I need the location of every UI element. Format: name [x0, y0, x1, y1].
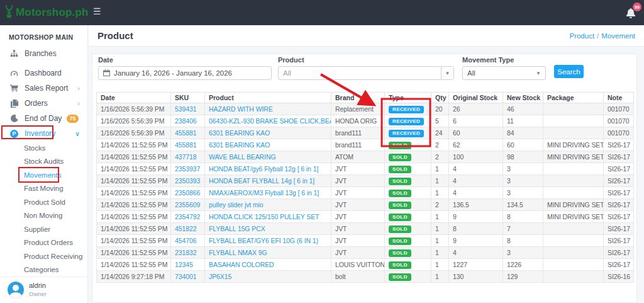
sidebar-user[interactable]: aldrin Owner	[0, 277, 87, 303]
sku-link[interactable]: 2353937	[175, 165, 200, 173]
breadcrumb-movement-link[interactable]: Movement	[601, 32, 635, 40]
cell-brand: LOUIS VUITTON	[331, 259, 385, 271]
sku-link[interactable]: 451822	[175, 225, 196, 232]
hamburger-menu-icon[interactable]: ☰	[93, 7, 101, 16]
cell-product: HONDA CLICK 125/150 PULLEY SET	[205, 211, 331, 223]
sidebar-subitem-categories[interactable]: Categories	[0, 263, 87, 277]
sidebar-item-label: Sales Report	[25, 84, 77, 93]
sku-link[interactable]: 2350866	[175, 189, 200, 197]
breadcrumb-product-link[interactable]: Product	[569, 32, 594, 40]
cell-new-stock: 129	[503, 271, 543, 283]
product-link[interactable]: HONDA BEAT FLYBALL 14g [ 6 in 1]	[209, 177, 314, 185]
product-link[interactable]: 6301 BEARING KAO	[209, 141, 270, 149]
cell-date: 1/14/2026 11:52:55 PM	[97, 187, 171, 199]
cell-type: SOLD	[385, 175, 431, 187]
sidebar-item-branches[interactable]: Branches	[0, 46, 87, 61]
search-button[interactable]: Search	[554, 65, 584, 78]
sidebar-item-label: Orders	[25, 99, 77, 108]
sidebar-subitem-stock-audits[interactable]: Stock Audits	[0, 155, 87, 169]
cell-qty: 1	[431, 175, 449, 187]
cell-original-stock: 9	[449, 211, 503, 223]
product-link[interactable]: 6301 BEARING KAO	[209, 129, 270, 137]
cell-brand: JVT	[331, 199, 385, 211]
sku-link[interactable]: 539431	[175, 105, 196, 113]
chevron-down-icon: ▼	[441, 67, 453, 79]
cell-brand: brand111	[331, 139, 385, 151]
sku-link[interactable]: 2355609	[175, 201, 200, 209]
sidebar-subitem-fast-moving[interactable]: Fast Moving	[0, 182, 87, 196]
sidebar-item-label: Inventory	[25, 129, 75, 138]
sku-link[interactable]: 231832	[175, 249, 196, 256]
product-link[interactable]: JP6X15	[209, 273, 231, 280]
product-link[interactable]: WAVE BALL BEARING	[209, 153, 275, 161]
cell-product: HONDA BEAT FLYBALL 14g [ 6 in 1]	[205, 175, 331, 187]
sidebar-subitem-product-orders[interactable]: Product Orders	[0, 236, 87, 250]
product-link[interactable]: HONDA BEAT/gy6 Flyball 12g [ 6 in 1]	[209, 165, 318, 173]
movements-table-wrapper: DateSKUProductBrandTypeQtyOriginal Stock…	[96, 92, 635, 283]
cell-qty: 1	[431, 259, 449, 271]
sidebar-subitem-product-sold[interactable]: Product Sold	[0, 195, 87, 209]
product-link[interactable]: FLYBALL NMAX 9G	[209, 249, 267, 256]
product-link[interactable]: FLYBALL 15G PCX	[209, 225, 265, 232]
sidebar: MOTORSHOP MAIN BranchesDashboardSales Re…	[0, 25, 88, 303]
sidebar-item-label: Branches	[25, 49, 80, 58]
product-link[interactable]: NMAX/AEROX/M3 Flyball 13g [ 6 in 1]	[209, 189, 319, 197]
cell-type: RECEIVED	[385, 103, 431, 115]
cell-date: 1/14/2026 11:52:55 PM	[97, 235, 171, 247]
product-link[interactable]: HAZARD WITH WIRE	[209, 105, 273, 113]
sku-link[interactable]: 437718	[175, 153, 196, 161]
sidebar-subitem-non-moving[interactable]: Non Moving	[0, 209, 87, 223]
column-header-brand: Brand	[331, 93, 385, 103]
type-badge: SOLD	[389, 142, 411, 149]
sku-link[interactable]: 454706	[175, 237, 196, 244]
date-range-input[interactable]: January 16, 2026 - January 16, 2026	[98, 66, 272, 80]
cell-brand: JVT	[331, 211, 385, 223]
sidebar-item-end-of-day[interactable]: End of Day75	[0, 111, 87, 126]
cell-brand: JVT	[331, 223, 385, 235]
sidebar-item-orders[interactable]: Orders›	[0, 96, 87, 111]
sidebar-title: MOTORSHOP MAIN	[9, 33, 87, 41]
product-link[interactable]: 06430-KZL-930 BRAKE SHOE CLICK,BEAT	[209, 117, 331, 125]
sku-link[interactable]: 12345	[175, 261, 193, 268]
sku-link[interactable]: 238406	[175, 117, 196, 125]
cell-date: 1/14/2026 11:52:55 PM	[97, 211, 171, 223]
movement-type-select[interactable]: All ▼	[462, 66, 546, 80]
notifications-button[interactable]: 99	[626, 7, 636, 18]
brand-logo[interactable]: Motorshop.ph	[5, 0, 89, 25]
movement-type-filter-group: Movement Type All ▼	[462, 56, 546, 80]
cell-sku: 734001	[171, 271, 205, 283]
cell-new-stock: 7	[503, 223, 543, 235]
content-card: Date January 16, 2026 - January 16, 2026…	[92, 54, 637, 303]
cell-sku: 238406	[171, 115, 205, 127]
cell-package	[543, 175, 604, 187]
cell-qty: 2	[431, 151, 449, 163]
product-link[interactable]: HONDA CLICK 125/150 PULLEY SET	[209, 213, 319, 220]
cell-date: 1/16/2026 5:56:39 PM	[97, 115, 171, 127]
sku-link[interactable]: 734001	[175, 273, 196, 280]
product-filter-label: Product	[278, 56, 454, 64]
sku-link[interactable]: 455881	[175, 141, 196, 149]
product-link[interactable]: FLYBALL BEAT/GY6 EFI 10G (6 IN 1)	[209, 237, 318, 244]
type-badge: SOLD	[389, 202, 411, 209]
product-select[interactable]: All ▼	[278, 66, 454, 80]
product-link[interactable]: pulley slider jvt mio	[209, 201, 264, 209]
sidebar-subitem-stocks[interactable]: Stocks	[0, 141, 87, 155]
sidebar-subitem-product-receiving[interactable]: Product Receiving	[0, 249, 87, 263]
cell-note: SI26-17	[604, 151, 634, 163]
calendar-icon	[103, 69, 110, 77]
sidebar-item-label: End of Day	[25, 114, 67, 123]
product-link[interactable]: BASAHAN COLORED	[209, 261, 274, 268]
sidebar-item-inventory[interactable]: PInventory∨	[0, 126, 87, 141]
content-header: Product Product/Movement	[89, 25, 644, 47]
sidebar-subitem-movements[interactable]: Movements	[0, 168, 87, 182]
cell-original-stock: 60	[449, 127, 503, 139]
cell-qty: 1	[431, 223, 449, 235]
sku-link[interactable]: 2354792	[175, 213, 200, 220]
sidebar-item-sales-report[interactable]: Sales Report›	[0, 81, 87, 96]
sidebar-subitem-supplier[interactable]: Supplier	[0, 222, 87, 236]
sku-link[interactable]: 2350393	[175, 177, 200, 185]
sku-link[interactable]: 455881	[175, 129, 196, 137]
sidebar-item-dashboard[interactable]: Dashboard	[0, 66, 87, 81]
cell-new-stock: 8	[503, 235, 543, 247]
column-header-note: Note	[604, 93, 634, 103]
